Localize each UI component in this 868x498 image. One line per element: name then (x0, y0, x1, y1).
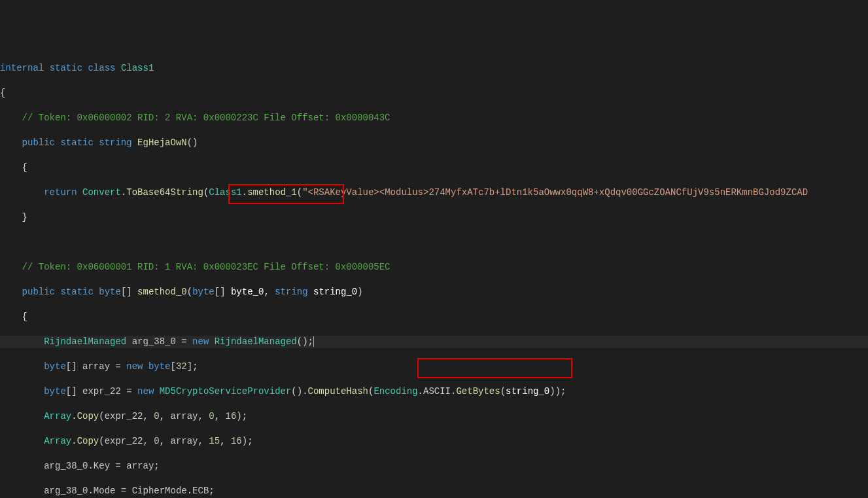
code-line: public static string EgHejaOwN() (0, 137, 868, 149)
code-line: arg_38_0.Key = array; (0, 460, 868, 472)
code-line: byte[] array = new byte[32]; (0, 361, 868, 373)
code-line: Array.Copy(expr_22, 0, array, 15, 16); (0, 435, 868, 448)
code-line: // Token: 0x06000002 RID: 2 RVA: 0x00002… (0, 112, 868, 124)
code-line: { (0, 162, 868, 174)
current-line: RijndaelManaged arg_38_0 = new RijndaelM… (0, 336, 868, 348)
code-line: return Convert.ToBase64String(Class1.sme… (0, 187, 868, 199)
code-line: { (0, 311, 868, 323)
code-line: byte[] expr_22 = new MD5CryptoServicePro… (0, 385, 868, 398)
code-line: arg_38_0.Mode = CipherMode.ECB; (0, 485, 868, 497)
code-line: } (0, 211, 868, 224)
code-line: // Token: 0x06000001 RID: 1 RVA: 0x00002… (0, 261, 868, 274)
code-editor[interactable]: internal static class Class1 { // Token:… (0, 50, 868, 498)
text-cursor (313, 336, 314, 347)
code-line: public static byte[] smethod_0(byte[] by… (0, 286, 868, 298)
code-line: Array.Copy(expr_22, 0, array, 0, 16); (0, 410, 868, 423)
code-line: internal static class Class1 (0, 62, 868, 75)
code-line (0, 236, 868, 249)
code-line: { (0, 87, 868, 99)
